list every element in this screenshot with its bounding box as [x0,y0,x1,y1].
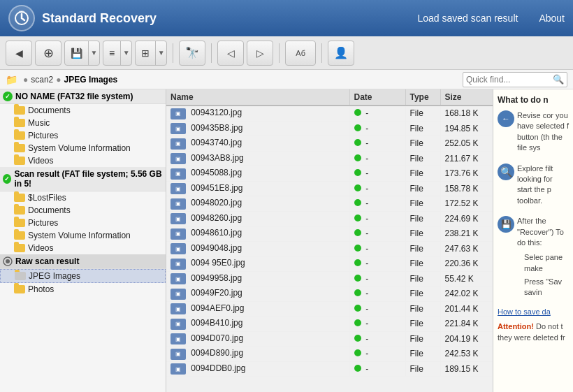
list-dropdown-arrow: ▼ [120,41,131,65]
search-button[interactable]: ⊕ [35,41,61,66]
info-panel: What to do n ← Revise cor you have selec… [493,89,573,392]
breadcrumb-jpeg[interactable]: JPEG Images [64,75,118,85]
tree-item-videos-1[interactable]: Videos [0,154,166,167]
tree-item-jpeg-images[interactable]: JPEG Images [0,269,166,283]
file-size-cell: 242.02 K [440,286,493,302]
quick-find-search-icon[interactable]: 🔍 [553,74,564,85]
raw-scan-header[interactable]: Raw scan result [0,254,166,269]
table-row[interactable]: ▣ 0094D070.jpg - File 204.19 K [166,331,493,347]
table-row[interactable]: ▣ 00948610.jpg - File 238.21 K [166,226,493,242]
tree-label-pictures-1: Pictures [28,131,58,140]
tree-item-pictures-1[interactable]: Pictures [0,129,166,142]
tree-label-music-1: Music [28,118,50,128]
binoculars-button[interactable]: 🔭 [179,41,205,66]
status-indicator [354,109,361,116]
col-header-size[interactable]: Size [440,89,493,106]
person-button[interactable]: 👤 [328,41,354,66]
file-name-cell: ▣ 0094B410.jpg [166,317,349,332]
about-link[interactable]: About [539,13,565,24]
folder-icon [14,206,25,215]
file-size-cell: 158.78 K [440,181,493,196]
file-size-cell: 172.52 K [440,196,493,212]
file-name-cell: ▣ 0094D070.jpg [166,331,349,347]
status-indicator [354,365,361,372]
file-size-cell: 204.19 K [440,331,493,347]
font-button[interactable]: Аб [285,41,316,66]
file-size-cell: 173.76 K [440,166,493,182]
tree-item-music-1[interactable]: Music [0,117,166,129]
file-type-cell: File [405,241,440,256]
info-text-3: After the "Recover") To do this: [517,216,569,248]
file-name-cell: ▣ 00949F20.jpg [166,286,349,302]
col-header-date[interactable]: Date [349,89,405,106]
col-header-name[interactable]: Name [166,89,349,106]
breadcrumb-scan2[interactable]: scan2 [31,75,53,85]
table-row[interactable]: ▣ 0094 95E0.jpg - File 220.36 K [166,256,493,272]
prev-button[interactable]: ◁ [217,41,244,66]
status-indicator [354,199,361,206]
tree-item-lostfiles[interactable]: $LostFiles [0,191,166,204]
status-indicator [354,349,361,356]
table-row[interactable]: ▣ 009435B8.jpg - File 194.85 K [166,121,493,136]
file-type-cell: File [405,136,440,152]
table-row[interactable]: ▣ 0094D890.jpg - File 242.53 K [166,347,493,362]
next-button[interactable]: ▷ [247,41,273,66]
list-button-dropdown[interactable]: ≡ ▼ [103,41,132,66]
how-to-save-link[interactable]: How to save da [498,307,551,316]
tree-item-pictures-2[interactable]: Pictures [0,217,166,229]
table-row[interactable]: ▣ 00949048.jpg - File 247.63 K [166,241,493,256]
tree-label-documents-1: Documents [28,106,71,115]
file-date-cell: - [349,256,405,272]
tree-item-sysvolinfo-2[interactable]: System Volume Information [0,229,166,242]
file-name-cell: ▣ 00945088.jpg [166,166,349,182]
table-row[interactable]: ▣ 00948020.jpg - File 172.52 K [166,196,493,212]
info-bullet-1: Selec pane make [524,252,569,274]
file-name-cell: ▣ 009451E8.jpg [166,181,349,196]
file-date-cell: - [349,241,405,256]
file-type-cell: File [405,121,440,136]
grid-button-dropdown[interactable]: ⊞ ▼ [135,41,167,66]
col-header-type[interactable]: Type [405,89,440,106]
file-table-container[interactable]: Name Date Type Size ▣ 00943120.jpg - Fil… [166,89,493,392]
file-table-header-row: Name Date Type Size [166,89,493,106]
tree-item-sysvolinfo-1[interactable]: System Volume Information [0,142,166,154]
file-type-cell: File [405,226,440,242]
volume-noname-header[interactable]: ✓ NO NAME (FAT32 file system) [0,89,166,104]
tree-item-documents-1[interactable]: Documents [0,104,166,117]
status-indicator [354,319,361,326]
quick-find-input[interactable] [466,75,550,85]
status-indicator [354,305,361,312]
folder-icon [14,144,25,152]
table-row[interactable]: ▣ 0094B410.jpg - File 221.84 K [166,317,493,332]
status-indicator [354,245,361,252]
info-link[interactable]: How to save da [498,307,569,317]
breadcrumb-bar: 📁 ● scan2 ● JPEG Images 🔍 [0,70,573,89]
file-date-cell: - [349,151,405,166]
file-size-cell: 211.67 K [440,151,493,166]
table-row[interactable]: ▣ 009451E8.jpg - File 158.78 K [166,181,493,196]
table-row[interactable]: ▣ 00943AB8.jpg - File 211.67 K [166,151,493,166]
file-name-cell: ▣ 0094AEF0.jpg [166,301,349,317]
file-date-cell: - [349,106,405,121]
file-size-cell: 221.84 K [440,317,493,332]
table-row[interactable]: ▣ 00943740.jpg - File 252.05 K [166,136,493,152]
table-row[interactable]: ▣ 0094AEF0.jpg - File 201.44 K [166,301,493,317]
table-row[interactable]: ▣ 00949958.jpg - File 55.42 K [166,271,493,286]
breadcrumb-folder-icon: 📁 [6,74,17,85]
status-indicator [354,229,361,236]
load-scan-link[interactable]: Load saved scan result [417,13,518,24]
scan-result-header[interactable]: ✓ Scan result (FAT file system; 5.56 GB … [0,167,166,191]
tree-item-videos-2[interactable]: Videos [0,242,166,254]
table-row[interactable]: ▣ 00943120.jpg - File 168.18 K [166,106,493,121]
tree-item-documents-2[interactable]: Documents [0,204,166,217]
save-button-dropdown[interactable]: 💾 ▼ [64,41,100,66]
status-indicator [354,335,361,342]
table-row[interactable]: ▣ 00945088.jpg - File 173.76 K [166,166,493,182]
app-title: Standard Recovery [42,11,157,26]
back-button[interactable]: ◀ [6,41,32,66]
table-row[interactable]: ▣ 00948260.jpg - File 224.69 K [166,211,493,226]
tree-item-photos[interactable]: Photos [0,283,166,296]
table-row[interactable]: ▣ 0094DDB0.jpg - File 189.15 K [166,361,493,377]
table-row[interactable]: ▣ 00949F20.jpg - File 242.02 K [166,286,493,302]
file-thumbnail: ▣ [171,213,186,224]
